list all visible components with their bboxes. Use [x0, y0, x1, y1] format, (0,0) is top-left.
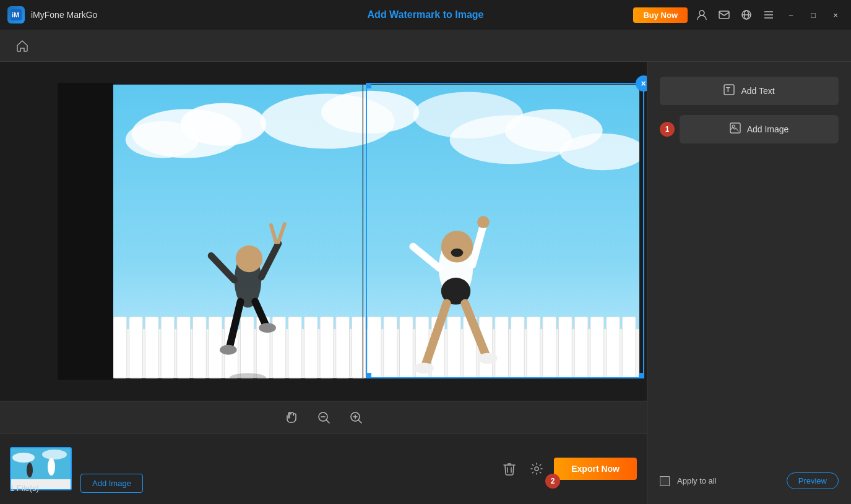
svg-rect-45 — [495, 317, 508, 378]
svg-point-57 — [219, 345, 236, 355]
minimize-button[interactable]: − — [783, 7, 799, 23]
svg-rect-38 — [383, 317, 397, 378]
zoom-in-button[interactable] — [345, 406, 367, 429]
svg-rect-39 — [399, 317, 413, 378]
svg-point-13 — [125, 121, 199, 158]
export-now-button[interactable]: Export Now — [554, 458, 637, 480]
svg-rect-27 — [209, 317, 222, 378]
svg-point-18 — [413, 92, 523, 139]
svg-point-90 — [535, 467, 538, 471]
svg-point-88 — [27, 463, 33, 477]
svg-point-72 — [477, 216, 490, 228]
selection-handle-br[interactable] — [639, 373, 644, 378]
apply-all-checkbox[interactable] — [660, 476, 670, 486]
svg-point-68 — [414, 363, 434, 374]
panel-spacer — [660, 153, 839, 463]
apply-all-label: Apply to all — [677, 476, 717, 485]
add-image-row: 1 Add Image — [660, 115, 839, 143]
add-text-label: Add Text — [741, 86, 774, 96]
svg-point-94 — [732, 125, 735, 127]
svg-text:iM: iM — [12, 11, 19, 19]
svg-rect-3 — [719, 11, 729, 19]
zoom-out-button[interactable] — [313, 406, 335, 429]
add-text-button[interactable]: T Add Text — [660, 77, 839, 105]
canvas-toolbar — [0, 401, 647, 433]
add-image-button[interactable]: Add Image — [680, 115, 839, 143]
svg-rect-50 — [574, 317, 588, 378]
add-image-strip-button[interactable]: Add Image — [80, 474, 143, 493]
svg-point-61 — [235, 246, 262, 272]
hand-tool-button[interactable] — [280, 406, 303, 429]
svg-rect-51 — [590, 317, 603, 378]
svg-rect-37 — [368, 317, 381, 378]
svg-point-89 — [48, 458, 55, 476]
svg-rect-52 — [606, 317, 620, 378]
svg-rect-23 — [145, 317, 158, 378]
menu-icon[interactable] — [761, 7, 777, 23]
svg-point-58 — [259, 323, 276, 333]
title-bar-right: Buy Now − □ × — [633, 7, 844, 23]
svg-rect-49 — [558, 317, 572, 378]
svg-rect-46 — [511, 317, 524, 378]
maximize-button[interactable]: □ — [805, 7, 821, 23]
home-button[interactable] — [12, 36, 32, 56]
page-heading: Add Watermark to Image — [368, 9, 484, 20]
title-bar-left: iM iMyFone MarkGo — [7, 6, 97, 23]
sub-header — [0, 30, 851, 62]
user-icon[interactable] — [694, 7, 710, 23]
svg-rect-26 — [192, 317, 206, 378]
main-content: × — [0, 62, 851, 504]
svg-rect-33 — [304, 317, 318, 378]
svg-line-83 — [358, 420, 361, 423]
panel-bottom: Apply to all Preview — [660, 472, 839, 489]
svg-point-15 — [321, 91, 419, 134]
svg-point-74 — [451, 249, 463, 257]
svg-point-85 — [12, 453, 35, 463]
settings-button[interactable] — [527, 459, 546, 479]
svg-rect-25 — [176, 317, 190, 378]
svg-point-69 — [478, 353, 498, 364]
svg-rect-35 — [335, 317, 349, 378]
svg-point-73 — [441, 231, 472, 262]
right-panel: T Add Text 1 Add Image Apply t — [647, 62, 851, 504]
badge-2: 2 — [545, 474, 560, 489]
delete-button[interactable] — [499, 459, 519, 479]
svg-rect-48 — [542, 317, 556, 378]
app-logo: iM — [7, 6, 25, 23]
mail-icon[interactable] — [716, 7, 732, 23]
globe-icon[interactable] — [738, 7, 754, 23]
svg-rect-53 — [622, 317, 636, 378]
file-strip: 1 File(s) Add Image 2 Export Now — [0, 433, 647, 504]
svg-rect-47 — [527, 317, 540, 378]
close-button[interactable]: × — [827, 7, 844, 23]
photo-background — [113, 83, 639, 380]
svg-rect-32 — [288, 317, 301, 378]
svg-rect-29 — [240, 317, 254, 378]
text-icon: T — [724, 84, 735, 98]
preview-button[interactable]: Preview — [787, 472, 839, 489]
app-title: iMyFone MarkGo — [31, 10, 97, 20]
svg-text:T: T — [726, 86, 730, 93]
svg-rect-24 — [161, 317, 175, 378]
svg-rect-21 — [113, 317, 127, 378]
file-count: 1 File(s) — [10, 484, 39, 493]
buy-now-button[interactable]: Buy Now — [633, 7, 688, 23]
title-bar: iM iMyFone MarkGo Add Watermark to Image… — [0, 0, 851, 30]
svg-point-86 — [42, 450, 67, 459]
svg-line-79 — [326, 420, 329, 423]
badge-1: 1 — [660, 122, 675, 137]
canvas-wrapper: × — [0, 62, 647, 504]
svg-point-2 — [699, 11, 704, 15]
canvas-view: × — [0, 62, 647, 401]
selection-handle-tr[interactable] — [639, 83, 644, 88]
image-container: × — [58, 83, 590, 380]
svg-rect-22 — [129, 317, 142, 378]
image-left-strip — [58, 83, 113, 380]
svg-rect-34 — [320, 317, 334, 378]
add-image-label: Add Image — [747, 124, 789, 134]
image-icon — [730, 122, 741, 136]
svg-rect-42 — [447, 317, 460, 378]
